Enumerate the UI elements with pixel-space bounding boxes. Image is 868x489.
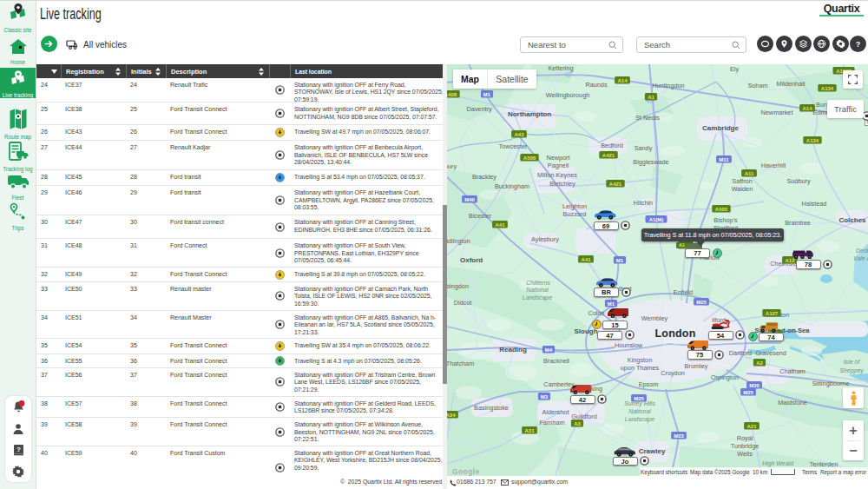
svg-text:Bedford: Bedford [601, 142, 623, 149]
svg-text:London: London [654, 327, 695, 340]
svg-text:Orpington: Orpington [711, 373, 739, 381]
svg-text:Haverhill: Haverhill [761, 162, 786, 169]
svg-text:Kettering: Kettering [548, 64, 573, 72]
svg-text:Colne: Colne [588, 309, 604, 317]
svg-text:M1: M1 [608, 301, 615, 307]
svg-text:Aylesbury: Aylesbury [531, 235, 559, 243]
svg-text:A421: A421 [609, 182, 622, 187]
svg-text:Towcester: Towcester [499, 142, 528, 150]
svg-text:Wells: Wells [737, 450, 753, 458]
svg-text:A508: A508 [523, 155, 536, 161]
svg-text:Guildford: Guildford [571, 413, 597, 420]
svg-text:Croydon: Croydon [661, 369, 685, 377]
svg-text:Farnham: Farnham [539, 419, 564, 426]
svg-text:bingdon: bingdon [447, 282, 469, 290]
svg-text:Enfield: Enfield [674, 288, 693, 296]
svg-text:Kingston: Kingston [628, 356, 652, 364]
svg-text:A41: A41 [495, 222, 505, 228]
svg-text:idlington: idlington [447, 237, 470, 245]
svg-text:A11: A11 [745, 171, 754, 176]
svg-text:Royal: Royal [737, 434, 753, 442]
svg-text:A421: A421 [602, 153, 615, 158]
svg-text:A1: A1 [648, 95, 654, 100]
svg-text:Landscape: Landscape [523, 294, 552, 301]
svg-text:Saffron: Saffron [732, 177, 752, 185]
svg-text:Halstead: Halstead [802, 200, 827, 208]
svg-text:A505: A505 [715, 207, 728, 212]
svg-text:Epsom: Epsom [639, 380, 659, 388]
svg-text:M11: M11 [719, 157, 729, 162]
svg-text:Maidstone: Maidstone [778, 399, 807, 406]
svg-text:Daventry: Daventry [466, 105, 492, 113]
svg-text:Aldershot: Aldershot [542, 408, 569, 416]
svg-text:Leighton: Leighton [562, 202, 587, 210]
svg-text:Sheppey: Sheppey [839, 367, 864, 374]
svg-text:Newmarket: Newmarket [761, 109, 793, 116]
svg-text:Ely: Ely [730, 65, 739, 73]
svg-text:A14: A14 [617, 78, 628, 83]
svg-text:Chatham: Chatham [779, 367, 806, 375]
svg-text:A127: A127 [766, 311, 779, 316]
svg-text:Bromley: Bromley [685, 362, 708, 370]
svg-text:M1: M1 [483, 92, 491, 97]
svg-text:Basingstoke: Basingstoke [474, 404, 509, 412]
svg-text:Wembley: Wembley [641, 314, 668, 322]
svg-text:Wellingborough: Wellingborough [546, 91, 590, 99]
svg-text:A21: A21 [746, 424, 757, 429]
svg-text:Huntingdon: Huntingdon [652, 82, 684, 89]
svg-text:upon Thames: upon Thames [621, 364, 660, 372]
svg-text:Bicester: Bicester [469, 212, 492, 220]
svg-text:National: National [526, 287, 549, 293]
svg-text:Buzzard: Buzzard [563, 210, 587, 218]
svg-text:A34: A34 [447, 413, 456, 418]
svg-text:Sudbury: Sudbury [786, 177, 811, 185]
svg-text:M25: M25 [696, 300, 707, 305]
svg-text:Hitchin: Hitchin [634, 199, 653, 207]
svg-text:Gravesend: Gravesend [755, 349, 786, 357]
svg-text:Buckingham: Buckingham [495, 182, 529, 190]
svg-text:Pagnell: Pagnell [548, 162, 569, 169]
svg-text:M20: M20 [749, 383, 760, 388]
svg-text:Sandy: Sandy [635, 144, 653, 152]
svg-text:A43: A43 [514, 132, 524, 137]
svg-text:M1: M1 [616, 258, 624, 263]
svg-text:Colches: Colches [838, 216, 866, 224]
svg-text:Sittingbourne: Sittingbourne [812, 380, 849, 387]
svg-text:Reading: Reading [499, 346, 527, 354]
svg-text:Tunbridge: Tunbridge [731, 442, 760, 450]
svg-text:St Neots: St Neots [635, 114, 660, 122]
svg-text:A1(M): A1(M) [649, 217, 664, 222]
svg-text:A41: A41 [581, 257, 591, 262]
svg-text:M25: M25 [743, 390, 753, 395]
svg-text:Raunds: Raunds [585, 81, 608, 89]
svg-text:High Weald: High Weald [762, 460, 794, 467]
svg-text:Soham: Soham [747, 82, 767, 89]
svg-text:Vale A: Vale A [853, 255, 868, 261]
svg-text:A428: A428 [447, 92, 457, 97]
svg-text:Crawley: Crawley [639, 447, 666, 455]
svg-text:National: National [628, 408, 651, 414]
svg-text:M25: M25 [634, 396, 644, 401]
svg-text:A14: A14 [802, 106, 812, 111]
svg-text:Milton Keynes: Milton Keynes [537, 171, 577, 179]
svg-text:bury: bury [447, 162, 457, 170]
svg-text:Brackley: Brackley [472, 173, 496, 181]
svg-text:Bracknell: Bracknell [543, 357, 569, 365]
svg-text:A31: A31 [524, 428, 535, 433]
svg-text:M4: M4 [545, 347, 553, 353]
svg-text:Chilterns: Chilterns [526, 280, 550, 286]
svg-text:?: ? [16, 446, 21, 453]
svg-text:Bishop's: Bishop's [713, 216, 738, 224]
svg-text:Landscape: Landscape [625, 416, 654, 423]
svg-text:Dedh: Dedh [856, 248, 868, 254]
svg-text:A134: A134 [821, 86, 834, 91]
svg-text:M23: M23 [674, 433, 684, 439]
svg-text:Biggleswade: Biggleswade [633, 158, 668, 166]
svg-text:Didcot: Didcot [454, 299, 472, 307]
svg-text:Newport: Newport [546, 154, 569, 162]
svg-text:Isle of: Isle of [844, 359, 861, 365]
svg-text:Mildenhall: Mildenhall [777, 80, 806, 88]
svg-text:Oxford: Oxford [460, 256, 483, 264]
svg-text:Dartford: Dartford [729, 349, 752, 357]
svg-text:Walden: Walden [732, 185, 753, 193]
